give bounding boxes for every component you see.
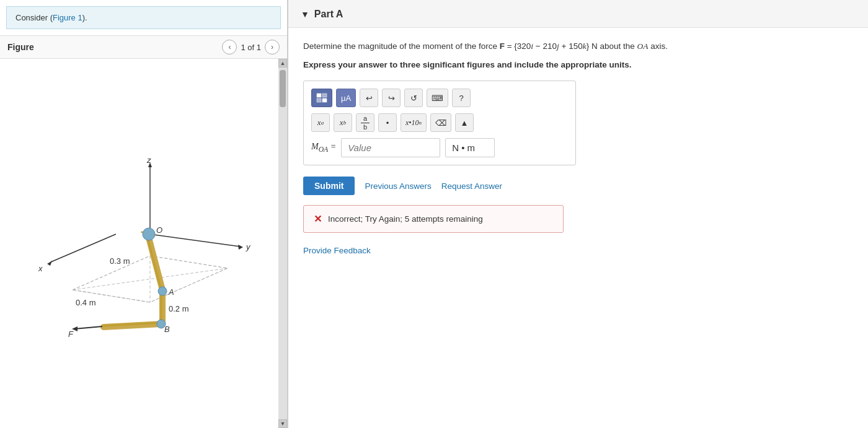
svg-text:O: O <box>156 225 162 235</box>
keyboard-icon: ⌨ <box>432 94 443 103</box>
subscript-button[interactable]: xb <box>334 113 352 132</box>
figure-nav: ‹ 1 of 1 › <box>222 40 280 55</box>
math-toolbar-row1: μA ↩ ↪ ↺ ⌨ ? <box>311 89 568 107</box>
svg-text:x: x <box>38 264 43 273</box>
i-component: i <box>531 41 533 51</box>
help-button[interactable]: ? <box>452 89 471 107</box>
answer-label: MOA = <box>311 142 336 154</box>
math-toolbar-row2: xa xb a b • x•10n <box>311 113 568 132</box>
submit-button[interactable]: Submit <box>303 177 355 195</box>
previous-answers-button[interactable]: Previous Answers <box>365 181 431 191</box>
error-box: ✕ Incorrect; Try Again; 5 attempts remai… <box>303 205 564 233</box>
fraction-icon: a b <box>361 115 370 131</box>
figure-diagram: z x y <box>20 147 268 339</box>
svg-line-24 <box>74 326 102 329</box>
svg-text:0.3 m: 0.3 m <box>110 256 130 266</box>
svg-text:A: A <box>168 287 174 297</box>
figure-link[interactable]: Figure 1 <box>53 13 82 22</box>
matrix-icon <box>316 93 327 103</box>
mu-label: μA <box>341 94 351 103</box>
power-button[interactable]: xa <box>311 113 330 132</box>
instructions: Express your answer to three significant… <box>303 60 853 69</box>
svg-text:B: B <box>164 325 170 334</box>
redo-icon: ↪ <box>388 94 395 103</box>
svg-text:0.2 m: 0.2 m <box>169 304 189 313</box>
svg-rect-35 <box>317 98 321 102</box>
left-panel: Consider (Figure 1). Figure ‹ 1 of 1 › z… <box>0 0 288 428</box>
provide-feedback-link[interactable]: Provide Feedback <box>303 246 371 255</box>
svg-point-21 <box>143 228 155 240</box>
dot-button[interactable]: • <box>378 113 397 132</box>
svg-line-7 <box>150 234 240 247</box>
mu-button[interactable]: μA <box>336 89 356 107</box>
refresh-button[interactable]: ↺ <box>404 89 423 107</box>
figure-header: Figure ‹ 1 of 1 › <box>0 35 287 59</box>
scroll-up-arrow[interactable]: ▲ <box>278 59 287 68</box>
delete-button[interactable]: ⌫ <box>430 113 451 132</box>
figure-title: Figure <box>7 42 34 52</box>
problem-statement: Determine the magnitude of the moment of… <box>303 40 853 53</box>
svg-line-16 <box>147 235 161 290</box>
matrix-button[interactable] <box>311 89 332 107</box>
svg-point-22 <box>158 287 167 295</box>
sci-notation-button[interactable]: x•10n <box>401 113 427 132</box>
svg-text:y: y <box>246 242 251 251</box>
svg-text:F: F <box>68 330 74 339</box>
collapse-arrow[interactable]: ▼ <box>301 9 309 19</box>
request-answer-button[interactable]: Request Answer <box>441 181 502 191</box>
error-text: Incorrect; Try Again; 5 attempts remaini… <box>328 214 483 224</box>
next-figure-button[interactable]: › <box>265 40 280 55</box>
math-input-container: μA ↩ ↪ ↺ ⌨ ? <box>303 81 576 165</box>
prev-figure-button[interactable]: ‹ <box>222 40 237 55</box>
force-label: F <box>500 41 505 51</box>
oa-axis: OA <box>637 41 649 51</box>
scroll-down-arrow[interactable]: ▼ <box>278 419 287 428</box>
consider-box: Consider (Figure 1). <box>6 6 281 29</box>
answer-unit: N • m <box>445 138 495 157</box>
svg-rect-33 <box>317 94 321 97</box>
svg-marker-8 <box>238 245 243 250</box>
undo-button[interactable]: ↩ <box>360 89 378 107</box>
part-title: Part A <box>314 9 343 20</box>
svg-marker-6 <box>47 261 52 266</box>
k-component: k <box>583 41 587 51</box>
svg-text:0.4 m: 0.4 m <box>76 298 96 307</box>
consider-end: ). <box>82 13 87 22</box>
figure-svg-container: z x y <box>0 59 287 428</box>
refresh-icon: ↺ <box>410 94 417 103</box>
scroll-up-math-button[interactable]: ▲ <box>455 113 474 132</box>
j-component: j <box>557 41 559 51</box>
page-indicator: 1 of 1 <box>241 43 261 52</box>
answer-row: MOA = N • m <box>311 138 568 157</box>
undo-icon: ↩ <box>366 94 373 103</box>
figure-area: z x y <box>0 59 287 428</box>
figure-scrollbar[interactable]: ▲ ▼ <box>278 59 287 428</box>
right-panel: ▼ Part A Determine the magnitude of the … <box>288 0 868 428</box>
svg-rect-36 <box>322 98 327 102</box>
svg-text:z: z <box>146 155 151 165</box>
error-icon: ✕ <box>314 213 322 225</box>
consider-text: Consider ( <box>16 13 53 22</box>
dot-icon: • <box>386 118 389 128</box>
submit-row: Submit Previous Answers Request Answer <box>303 177 853 195</box>
svg-line-5 <box>51 234 116 262</box>
redo-button[interactable]: ↪ <box>382 89 401 107</box>
svg-rect-34 <box>322 94 327 97</box>
part-content: Determine the magnitude of the moment of… <box>288 28 868 268</box>
scroll-up-math-icon: ▲ <box>461 118 469 128</box>
part-header: ▼ Part A <box>288 0 868 28</box>
delete-icon: ⌫ <box>435 118 446 128</box>
answer-input[interactable] <box>341 138 440 157</box>
keyboard-button[interactable]: ⌨ <box>427 89 448 107</box>
fraction-button[interactable]: a b <box>356 113 374 132</box>
scrollbar-thumb[interactable] <box>280 70 286 107</box>
help-icon: ? <box>459 94 464 103</box>
